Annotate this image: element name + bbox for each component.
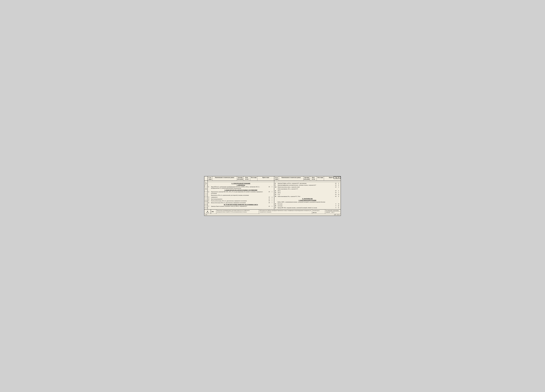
list-item: 3 защищенного шт 4 bbox=[208, 196, 273, 198]
header-pos-left: № по-зиции bbox=[208, 176, 212, 180]
section-2-title: II. ВЫКЛЮЧАТЕЛИ. ШТЕПСЕЛЬНЫЕ СОЕДИНЕНИЯ bbox=[208, 189, 273, 191]
item-qty: 4 bbox=[337, 192, 340, 193]
list-item: Лампа накаливания, 220 в, с цоколем Р-27… bbox=[275, 188, 340, 190]
stamp-bar: Нормирощики Руководители Выполнил Клюев … bbox=[204, 181, 208, 209]
section-1-title: I. АППАРАТЫ bbox=[208, 185, 273, 186]
list-item: I2 100 вт шт 4 bbox=[275, 192, 340, 194]
list-item: 8 Арматура Плафон, до 60 вт, с патроном … bbox=[275, 183, 340, 184]
bottom-left-num: 273 bbox=[205, 214, 207, 215]
item-unit: шт bbox=[335, 185, 337, 186]
item-qty: 10 bbox=[337, 203, 340, 205]
item-unit: шт bbox=[268, 200, 271, 201]
list-item: 2 Переключатель пакетный ПК-10/4С, 220 в… bbox=[208, 191, 273, 194]
item-number: 3 bbox=[208, 196, 211, 198]
list-item: 5 Розетка штепсельная, 250 в, 6 а, двухп… bbox=[208, 200, 273, 202]
header-name-right: Наименование и технические данные bbox=[279, 176, 303, 180]
header-pos-right: № по-зиции bbox=[274, 176, 279, 180]
list-item: 4 брызгонепроницаемого шт I bbox=[208, 198, 273, 200]
footer: ▲ Москва 1965 Комплектные трансформаторн… bbox=[204, 209, 341, 214]
list-item: 10 Переносная ручная лампа, с защитной с… bbox=[275, 186, 340, 188]
item-desc: 2х4 кв.мм bbox=[278, 205, 334, 207]
item-desc: 8х4 кв.мм bbox=[278, 203, 334, 205]
header-note-left: Приме-чание bbox=[257, 176, 274, 180]
item-desc: Лампа накаливания, 86 в, с цоколем Р-27,… bbox=[278, 196, 334, 197]
item-qty: I bbox=[271, 186, 273, 187]
item-desc: Арматура Плафон, до 60 вт, с патроном Ц-… bbox=[278, 183, 334, 184]
item-number: I2 bbox=[275, 192, 277, 193]
stamp-cell-2: Руководители bbox=[204, 186, 207, 192]
item-number: 9 bbox=[275, 185, 277, 186]
footer-desc2: КТП мощностью 2х680 ква /одноярдная/ Чир… bbox=[259, 210, 312, 214]
item-desc: Переключатель пакетный ПК-10/4С, 220 в, … bbox=[211, 191, 268, 194]
item-number: I bbox=[208, 186, 211, 187]
section-3-title: Ш. ОСВЕТИТЕЛЬНЫЕ ПРИБОРЫ, ИСТОЧНИКИ СВЕТ… bbox=[208, 204, 273, 205]
page-number: Стр. 10 bbox=[334, 176, 341, 179]
list-item: I7 Провод ПРГ-500, с медными жилами, с р… bbox=[275, 207, 340, 209]
item-qty: 4 bbox=[271, 196, 273, 198]
item-unit: шт bbox=[335, 186, 337, 187]
footer-logo: ▲ Москва bbox=[204, 210, 211, 214]
item-number: I6 bbox=[275, 205, 277, 206]
section-b1-title: I. КАБЕЛЬНАЯ ПРОДУКЦИЯ bbox=[275, 200, 340, 201]
list-item: I5 8х4 кв.мм м 10 bbox=[275, 203, 340, 205]
bottom-numbers: 273 1475 - 16 11 bbox=[204, 214, 341, 216]
item-qty: I bbox=[271, 198, 273, 200]
section-a-title: А. ЭЛЕКТРООБОРУДОВАНИЕ bbox=[208, 183, 273, 184]
item-unit: шт bbox=[335, 196, 337, 197]
item-unit: м bbox=[335, 205, 337, 206]
item-desc: 100 вт bbox=[278, 192, 334, 194]
item-desc: защищенного bbox=[211, 196, 268, 198]
item-unit: шт bbox=[335, 190, 337, 191]
item-desc: Провод ПРГ-500, с медными жилами, с рези… bbox=[278, 207, 334, 209]
item-qty: I bbox=[271, 202, 273, 203]
item-number: 7 bbox=[208, 206, 211, 207]
list-item: 6 Вилка штепсельная 250 в, 6 а, двухполю… bbox=[208, 202, 273, 204]
item-number: 10 bbox=[275, 186, 277, 188]
item-desc: Вилка штепсельная 250 в, 6 а, двухполюсн… bbox=[211, 202, 268, 204]
header-row: № по-зиции Наименование и технические да… bbox=[204, 176, 341, 181]
item-number: 8 bbox=[275, 183, 277, 184]
item-desc: Арматура фарфоровая полугерметическая, с… bbox=[278, 185, 334, 186]
footer-changes: без изменений о изменениями Альбом I6 Ли… bbox=[325, 210, 341, 214]
item-unit: шт bbox=[335, 192, 337, 193]
item-qty: I bbox=[271, 191, 273, 193]
dash-separator-left bbox=[208, 182, 273, 182]
item-unit: м bbox=[335, 207, 337, 208]
dash-separator-right bbox=[275, 182, 340, 182]
header-qty-left: Коли-чество bbox=[243, 176, 250, 180]
stamp-cell-5: Отделение bbox=[204, 201, 207, 205]
right-panel: 8 Арматура Плафон, до 60 вт, с патроном … bbox=[274, 181, 341, 209]
list-item: 9 Арматура фарфоровая полугерметическая,… bbox=[275, 185, 340, 186]
item-desc: брызгонепроницаемого bbox=[211, 198, 268, 200]
item-desc: 75 вт bbox=[278, 194, 334, 196]
list-item: I6 2х4 кв.мм м 45 bbox=[275, 205, 340, 207]
item-qty: I5 bbox=[337, 207, 340, 208]
stamp-cell-3: Выполнил bbox=[204, 192, 207, 197]
item-unit: шт bbox=[268, 202, 271, 203]
header-unit-left: Еди-ница изме-рения bbox=[237, 176, 244, 180]
list-item: I Ящик ЯТП-0,25 с понижающим трансформат… bbox=[208, 186, 273, 189]
item-unit: м bbox=[335, 203, 337, 205]
list-item: 7 Арматура Лицетта цельного, молочного с… bbox=[208, 206, 273, 207]
item-number: I3 bbox=[275, 194, 277, 195]
header-sup-left: Поста-щик bbox=[250, 176, 257, 180]
header-unit-right: Еди-ница изме-рения bbox=[303, 176, 310, 180]
section-b-title: Б. МАТЕРИАЛЫ bbox=[275, 198, 340, 199]
page: Стр. 10 № по-зиции Наименование и технич… bbox=[204, 176, 341, 216]
item-number: 2 bbox=[208, 191, 211, 193]
item-unit: шт bbox=[268, 198, 271, 199]
item-unit: шт bbox=[335, 183, 337, 184]
list-item: I3 75 вт шт 10 bbox=[275, 194, 340, 196]
footer-year: 1965 bbox=[211, 210, 216, 214]
item-desc: Переносная ручная лампа, с защитной сетк… bbox=[278, 186, 334, 188]
item-number: I5 bbox=[275, 203, 277, 205]
item-qty: 5 bbox=[271, 206, 273, 207]
item-number: 6 bbox=[208, 202, 211, 203]
item-unit: шт bbox=[268, 196, 271, 198]
header-sup-right: Поста-щик bbox=[317, 176, 324, 180]
item-desc: Лампа накаливания, 220 в, с цоколем Р-27… bbox=[278, 188, 340, 190]
item-desc: Розетка штепсельная, 250 в, 6 а, двухпол… bbox=[211, 200, 268, 202]
item-qty: 6 bbox=[337, 190, 340, 192]
list-item: I4 Лампа накаливания, 86 в, с цоколем Р-… bbox=[275, 196, 340, 197]
list-item: II 200 вт шт 6 bbox=[275, 190, 340, 192]
